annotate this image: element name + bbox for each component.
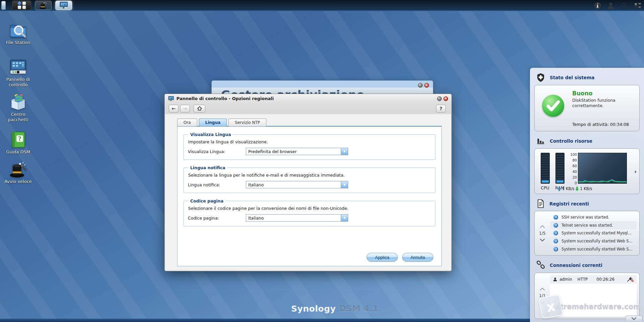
taskbar-quick-launch-button[interactable] xyxy=(35,1,52,10)
tab-servizio-ntp[interactable]: Servizio NTP xyxy=(228,119,266,126)
shield-icon xyxy=(536,73,545,82)
desktop-icon-quick-start[interactable]: Avvio veloce xyxy=(2,160,34,184)
select-value: Predefinita del browser xyxy=(248,149,297,154)
help-button[interactable]: ? xyxy=(436,105,446,112)
log-document-icon xyxy=(536,199,545,208)
taskbar xyxy=(0,0,644,11)
page-up-icon[interactable] xyxy=(540,225,545,228)
info-icon: i xyxy=(553,231,558,235)
widget-title: Connessioni correnti xyxy=(550,263,602,268)
section-display-language: Visualizza Lingua Impostare la lingua di… xyxy=(183,132,435,160)
control-panel-icon xyxy=(9,58,28,76)
upload-rate: 1 KB/s xyxy=(562,186,574,191)
panel-collapse-button[interactable] xyxy=(625,316,643,321)
minimize-button[interactable] xyxy=(418,83,423,88)
upload-arrow-icon xyxy=(557,187,561,191)
tab-lingua[interactable]: Lingua xyxy=(199,119,227,126)
select-value: Italiano xyxy=(248,216,264,221)
dialog-body: Ora Lingua Servizio NTP Visualizza Lingu… xyxy=(165,114,451,271)
page-up-icon[interactable] xyxy=(540,288,545,290)
field-label: Codice pagina: xyxy=(188,216,246,221)
system-status-header: Stato del sistema xyxy=(530,68,644,85)
chain-link-icon xyxy=(536,261,545,270)
resource-expand-button[interactable]: › xyxy=(634,168,637,175)
file-station-icon xyxy=(9,21,28,39)
notification-language-select[interactable]: Italiano ▼ xyxy=(246,181,348,188)
dialog-toolbar: ← → ? xyxy=(165,103,451,114)
user-icon[interactable] xyxy=(606,1,615,10)
dialog-titlebar[interactable]: Pannello di controllo - Opzioni regional… xyxy=(165,94,451,103)
desktop-icon-label: Avvio veloce xyxy=(2,179,34,184)
close-button[interactable]: × xyxy=(443,96,448,101)
pilot-view-icon[interactable] xyxy=(633,1,642,10)
apply-button[interactable]: Applica xyxy=(367,253,398,262)
cancel-button[interactable]: Annulla xyxy=(402,253,433,262)
section-description: Selezionare la lingua per le notifiche e… xyxy=(188,173,431,178)
back-button[interactable]: ← xyxy=(169,105,178,112)
section-legend: Codice pagina xyxy=(189,198,225,203)
log-row[interactable]: iSystem successfully started Web S... xyxy=(550,237,637,245)
section-legend: Visualizza Lingua xyxy=(189,132,233,137)
codepage-select[interactable]: Italiano ▼ xyxy=(246,214,348,222)
storage-manager-window[interactable]: Gestore archiviazione × xyxy=(211,80,433,95)
download-rate: 1 KB/s xyxy=(580,186,592,191)
section-codepage: Codice pagina Selezionare il codice pagi… xyxy=(183,198,435,226)
user-icon xyxy=(553,277,557,282)
uptime-label: Tempo di attività: 00:34:08 xyxy=(572,122,629,127)
log-row[interactable]: iSSH service was started. xyxy=(550,213,637,221)
dsm-branding: SynologyDSM 4.1 xyxy=(291,304,378,314)
chevron-down-icon: ▼ xyxy=(341,148,348,155)
magic-hat-icon xyxy=(9,160,28,178)
tab-panel-lingua: Visualizza Lingua Impostare la lingua di… xyxy=(177,126,442,266)
status-ok-icon xyxy=(542,95,564,117)
connections-pager: 1/1 xyxy=(535,275,550,317)
resource-monitor-widget: CPU RAM 100 80 60 40 20 0 xyxy=(534,148,640,194)
disconnect-icon[interactable] xyxy=(627,276,634,282)
widget-panel: Stato del sistema Buono DiskStation funz… xyxy=(530,68,644,322)
bar-chart-icon xyxy=(536,136,545,146)
forward-button[interactable]: → xyxy=(180,105,190,112)
info-icon: i xyxy=(553,247,558,251)
search-icon[interactable] xyxy=(620,1,629,10)
display-language-select[interactable]: Predefinita del browser ▼ xyxy=(246,148,348,155)
desktop-icon-file-station[interactable]: File Station xyxy=(2,21,34,45)
close-button[interactable]: × xyxy=(424,83,429,88)
control-panel-icon xyxy=(59,1,68,10)
desktop-icon-label: Guida DSM xyxy=(2,149,34,155)
network-graph-axis: 100 80 60 40 20 0 xyxy=(570,153,577,185)
taskbar-control-panel-button[interactable] xyxy=(55,1,72,10)
connection-duration: 00:26:26 xyxy=(596,277,614,282)
dsm-help-icon xyxy=(9,131,28,148)
synology-logo: Synology xyxy=(291,304,336,314)
connection-row[interactable]: admin HTTP 00:26:26 xyxy=(550,275,637,284)
connections-header: Connessioni correnti xyxy=(530,256,644,273)
regional-options-dialog: Pannello di controllo - Opzioni regional… xyxy=(164,94,452,271)
main-menu-button[interactable] xyxy=(12,1,31,10)
info-icon: i xyxy=(553,239,558,243)
resource-monitor-header: Controllo risorse xyxy=(530,131,644,148)
logs-pager: 1/5 xyxy=(535,213,550,253)
section-notification-language: Lingua notifica Selezionare la lingua pe… xyxy=(183,165,435,193)
desktop-icon-dsm-help[interactable]: Guida DSM xyxy=(2,131,34,155)
log-row[interactable]: iSystem successfully started Web S... xyxy=(550,245,637,253)
info-icon[interactable] xyxy=(593,1,602,10)
desktop-icon-label: Centro pacchetti xyxy=(2,112,34,123)
home-button[interactable] xyxy=(194,105,205,112)
chevron-down-icon xyxy=(632,317,636,320)
home-icon xyxy=(197,106,202,111)
page-indicator: 1/5 xyxy=(539,231,545,236)
connection-protocol: HTTP xyxy=(578,277,588,282)
log-row[interactable]: iTelnet service was started. xyxy=(550,221,637,229)
network-legend: 1 KB/s 1 KB/s xyxy=(557,186,592,191)
log-row[interactable]: iSystem successfully started Mysql... xyxy=(550,229,637,237)
widget-title: Registri recenti xyxy=(549,201,589,206)
page-down-icon[interactable] xyxy=(540,239,545,241)
show-desktop-button[interactable] xyxy=(1,1,6,10)
package-center-icon xyxy=(9,93,28,111)
desktop-icon-control-panel[interactable]: Pannello di controllo xyxy=(2,58,34,88)
tab-ora[interactable]: Ora xyxy=(177,119,197,126)
page-down-icon[interactable] xyxy=(540,301,545,304)
desktop-icon-package-center[interactable]: Centro pacchetti xyxy=(2,93,34,123)
cpu-meter xyxy=(541,153,550,184)
minimize-button[interactable] xyxy=(437,96,442,101)
